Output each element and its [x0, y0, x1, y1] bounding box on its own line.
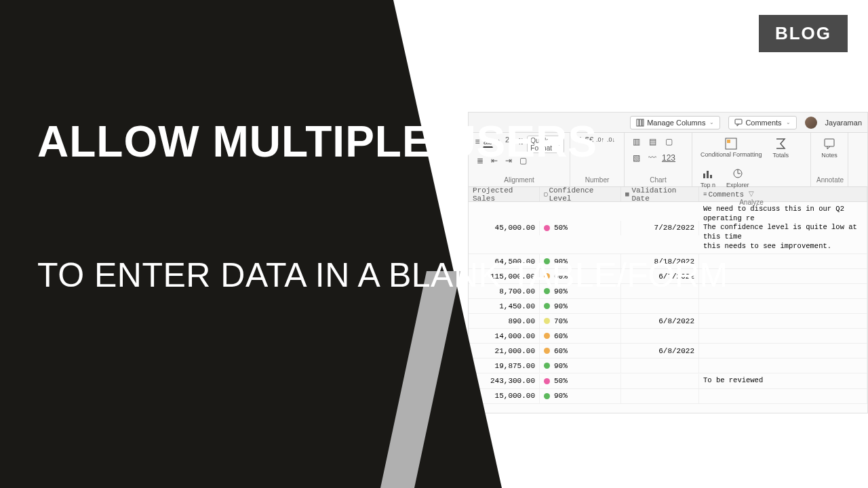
- number-icon[interactable]: 123: [663, 152, 675, 164]
- topn-icon: [701, 167, 715, 180]
- confidence-dot: [544, 393, 550, 399]
- cell-confidence[interactable]: 60%: [540, 329, 621, 343]
- cell-sales[interactable]: 890.00: [469, 314, 540, 328]
- confidence-dot: [544, 348, 550, 354]
- cell-comment[interactable]: [699, 314, 867, 328]
- col-comments[interactable]: ≡Comments: [699, 187, 867, 201]
- comments-button[interactable]: Comments ⌄: [728, 116, 796, 129]
- cell-comment[interactable]: [699, 389, 867, 403]
- chevron-down-icon: ⌄: [786, 119, 791, 125]
- explorer-icon: [731, 167, 745, 180]
- totals-button[interactable]: Totals: [770, 136, 792, 160]
- table-row[interactable]: 890.0070%6/8/2022: [469, 314, 867, 329]
- area-chart-icon[interactable]: ▧: [630, 152, 642, 164]
- columns-icon: [636, 119, 644, 127]
- col-validation-date[interactable]: ▦Validation Date: [621, 187, 699, 201]
- table-row[interactable]: 243,300.0050%To be reviewed: [469, 373, 867, 389]
- cell-date[interactable]: [621, 359, 699, 373]
- cell-confidence[interactable]: 70%: [540, 314, 621, 328]
- table-row[interactable]: 15,000.0090%: [469, 389, 867, 404]
- sigma-icon: [774, 137, 787, 150]
- ribbon-group-annotate: Notes Annotate: [811, 133, 848, 186]
- title-main: ALLOW MULTIPLE USERS: [37, 119, 597, 165]
- table-row[interactable]: 21,000.0060%6/8/2022: [469, 344, 867, 359]
- confidence-dot: [544, 378, 550, 384]
- explorer-button[interactable]: Explorer: [724, 165, 752, 190]
- cell-sales[interactable]: 21,000.00: [469, 344, 540, 358]
- notes-icon: [823, 137, 836, 150]
- conditional-formatting-button[interactable]: Conditional Formatting: [698, 136, 765, 159]
- svg-rect-8: [710, 175, 712, 178]
- blog-badge: BLOG: [759, 15, 848, 52]
- cell-sales[interactable]: 19,875.00: [469, 359, 540, 373]
- cf-label: Conditional Formatting: [701, 152, 762, 158]
- table-row[interactable]: 19,875.0090%: [469, 359, 867, 373]
- table-header: Projected Sales ▢Confidence Level ▦Valid…: [469, 187, 867, 202]
- cell-date[interactable]: [621, 329, 699, 343]
- cell-date[interactable]: 6/8/2022: [621, 314, 699, 328]
- trend-icon[interactable]: 〰: [646, 152, 658, 164]
- notes-label: Notes: [821, 152, 837, 159]
- cell-comment[interactable]: [699, 359, 867, 373]
- confidence-dot: [544, 318, 550, 324]
- comments-label: Comments: [745, 119, 781, 127]
- conditional-formatting-icon: [724, 137, 738, 150]
- table-row[interactable]: 45,000.0050%7/28/2022We need to discuss …: [469, 202, 867, 254]
- confidence-dot: [544, 333, 550, 339]
- chart-group-label: Chart: [630, 175, 686, 184]
- stacked-chart-icon[interactable]: ▤: [646, 136, 658, 148]
- manage-columns-label: Manage Columns: [647, 119, 705, 127]
- cell-date[interactable]: 6/8/2022: [621, 344, 699, 358]
- bar-chart-icon[interactable]: ▥: [630, 136, 642, 148]
- table-body: 45,000.0050%7/28/2022We need to discuss …: [469, 202, 867, 404]
- annotate-group-label: Annotate: [816, 175, 842, 184]
- chevron-down-icon: ⌄: [709, 119, 714, 125]
- cell-sales[interactable]: 243,300.00: [469, 374, 540, 388]
- svg-rect-2: [642, 119, 644, 126]
- cell-date[interactable]: [621, 374, 699, 388]
- table-row[interactable]: 14,000.0060%: [469, 329, 867, 344]
- number-group-label: Number: [576, 175, 618, 184]
- topn-button[interactable]: Top n: [698, 165, 718, 190]
- cell-confidence[interactable]: 90%: [540, 389, 621, 403]
- cell-sales[interactable]: 14,000.00: [469, 329, 540, 343]
- ribbon-group-analyze: Conditional Formatting Totals Top n Expl…: [692, 133, 811, 186]
- alignment-group-label: Alignment: [474, 175, 564, 184]
- cell-date[interactable]: [621, 389, 699, 403]
- cell-confidence[interactable]: 60%: [540, 344, 621, 358]
- line-chart-icon[interactable]: ▢: [663, 136, 675, 148]
- cell-comment[interactable]: To be reviewed: [699, 373, 867, 388]
- svg-rect-0: [637, 119, 639, 126]
- ribbon-group-chart: ▥ ▤ ▢ ▧ 〰 123 Chart: [625, 133, 692, 186]
- confidence-dot: [544, 363, 550, 369]
- cell-date[interactable]: 7/28/2022: [621, 221, 699, 235]
- cell-confidence[interactable]: 50%: [540, 221, 621, 235]
- confidence-dot: [544, 303, 550, 309]
- svg-rect-5: [727, 140, 730, 143]
- title-sub: TO ENTER DATA IN A BLANK TABLE/FORM: [37, 254, 728, 297]
- cell-confidence[interactable]: 90%: [540, 299, 621, 313]
- avatar[interactable]: [805, 117, 817, 129]
- cell-sales[interactable]: 45,000.00: [469, 221, 540, 235]
- col-confidence-level[interactable]: ▢Confidence Level: [540, 187, 621, 201]
- svg-rect-7: [707, 171, 709, 178]
- col-projected-sales[interactable]: Projected Sales: [469, 187, 540, 201]
- cell-date[interactable]: [621, 299, 699, 313]
- svg-rect-6: [703, 174, 705, 178]
- cell-comment[interactable]: We need to discuss this in our Q2 operat…: [699, 202, 867, 253]
- cell-sales[interactable]: 1,450.00: [469, 299, 540, 313]
- totals-label: Totals: [773, 152, 789, 159]
- cell-comment[interactable]: [699, 329, 867, 343]
- svg-rect-1: [639, 119, 642, 126]
- comment-icon: [734, 119, 743, 127]
- cell-comment[interactable]: [699, 344, 867, 358]
- manage-columns-button[interactable]: Manage Columns ⌄: [630, 116, 720, 129]
- cell-comment[interactable]: [699, 299, 867, 313]
- notes-button[interactable]: Notes: [816, 136, 842, 160]
- cell-confidence[interactable]: 50%: [540, 374, 621, 388]
- svg-rect-10: [825, 139, 834, 146]
- cell-confidence[interactable]: 90%: [540, 359, 621, 373]
- confidence-dot: [544, 225, 550, 231]
- table-row[interactable]: 1,450.0090%: [469, 299, 867, 314]
- user-name: Jayaraman: [825, 119, 862, 127]
